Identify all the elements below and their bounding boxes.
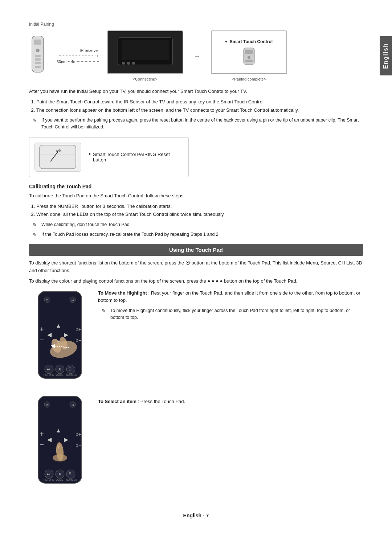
diagram-area: IR receiver ✦ 30cm ~ 4m [29,30,363,81]
svg-rect-6 [35,66,41,68]
svg-text:⟳: ⟳ [46,403,49,407]
svg-text:⇥: ⇥ [71,298,74,302]
colour-text: To display the colour and playing contro… [29,278,363,285]
svg-rect-3 [35,55,41,57]
svg-text:−: − [40,336,44,344]
svg-rect-4 [35,58,41,61]
svg-point-14 [248,56,250,59]
calibrating-steps: Press the NUMBER button for 3 seconds. T… [29,203,363,219]
select-item-section: ⟳ ⇥ + − ▲ ▼ ◀ ▶ p+ p− ↩ 🎙 ⠿ [29,394,363,493]
calib-note-1: ✎ While calibrating, don't touch the Tou… [29,221,363,229]
remote-with-hand-2: ⟳ ⇥ + − ▲ ▼ ◀ ▶ p+ p− ↩ 🎙 ⠿ [29,394,91,493]
remote-svg-1: ⟳ ⇥ + − ▲ ▼ ◀ ▶ p+ p− ↩ 🎙 ⠿ [29,290,91,387]
svg-point-9 [122,62,125,65]
page-footer: English - 7 [29,508,363,518]
svg-text:VOICE: VOICE [56,374,64,376]
svg-text:NUMBER: NUMBER [66,374,77,376]
calib-step-1: Press the NUMBER button for 3 seconds. T… [36,203,363,210]
svg-rect-15 [245,60,253,62]
move-highlight-text: To Move the Highlight : Rest your finger… [98,290,363,389]
svg-text:↩: ↩ [47,367,50,372]
calib-step-2: When done, all the LEDs on the top of th… [36,211,363,218]
svg-point-70 [53,454,67,461]
svg-text:▶: ▶ [64,332,69,338]
tv-connecting-diagram: <Connecting> [107,30,183,81]
calibrating-section: Calibrating the Touch Pad To calibrate t… [29,184,363,239]
svg-rect-13 [245,50,253,54]
svg-rect-1 [34,40,41,45]
svg-text:🎙: 🎙 [58,367,62,371]
svg-text:RETURN: RETURN [44,374,54,376]
select-item-text: To Select an item : Press the Touch Pad. [98,394,363,493]
move-note: ✎ To move the Highlight continuously, fl… [98,307,363,321]
calibrating-intro: To calibrate the Touch Pad on the Smart … [29,192,363,200]
intro-steps: Point the Smart Touch Control toward the… [29,98,363,114]
reset-button-area: • Smart Touch Control PAIRING Reset butt… [29,137,189,177]
svg-text:⇥: ⇥ [71,403,74,407]
intro-step-1: Point the Smart Touch Control toward the… [36,98,363,106]
calib-note-2-text: If the Touch Pad looses accuracy, re-cal… [41,231,220,238]
select-bold: To Select an item [98,399,136,404]
shortcut-text: To display the shortcut functions list o… [29,259,363,275]
svg-point-10 [127,62,130,65]
svg-text:▶: ▶ [64,436,69,443]
calibrating-title: Calibrating the Touch Pad [29,184,363,189]
svg-text:⟳: ⟳ [46,298,49,302]
move-highlight-bold: To Move the Highlight [98,290,147,296]
distance-label: 30cm ~ 4m [57,59,77,64]
svg-point-2 [36,49,40,52]
calib-note-2: ✎ If the Touch Pad looses accuracy, re-c… [29,231,363,239]
svg-text:◀: ◀ [47,332,52,338]
note-icon-1: ✎ [33,221,39,229]
svg-text:▲: ▲ [56,427,61,434]
remote-diagram-icon [29,36,46,76]
tv-pairing-diagram: • Smart Touch Control <Pairing complete> [211,30,287,81]
svg-text:▲: ▲ [56,323,61,329]
ir-label: IR receiver [80,48,99,53]
initial-pairing-title: Initial Pairing [29,22,363,27]
svg-text:RETURN: RETURN [44,479,54,481]
svg-rect-16 [40,145,76,169]
pairing-complete-label: <Pairing complete> [232,77,266,81]
svg-rect-8 [122,40,169,60]
smart-touch-label: Smart Touch Control [230,39,273,44]
note-icon: ✎ [33,117,39,124]
remote-with-hand-1: ⟳ ⇥ + − ▲ ▼ ◀ ▶ p+ p− ↩ 🎙 ⠿ [29,290,91,389]
select-text: : Press the Touch Pad. [138,399,185,404]
move-note-text: To move the Highlight continuously, flic… [110,307,363,321]
svg-text:VOICE: VOICE [56,479,64,481]
svg-text:⠿: ⠿ [69,367,72,371]
reset-image [34,143,81,172]
svg-text:NUMBER: NUMBER [66,479,77,481]
note-icon-2: ✎ [33,231,39,239]
svg-point-18 [58,149,61,152]
intro-note-text: If you want to perform the pairing proce… [41,117,363,131]
svg-text:🎙: 🎙 [58,472,62,476]
svg-text:⠿: ⠿ [69,472,72,476]
side-english-label: English [380,36,392,75]
intro-text: After you have run the Initial Setup on … [29,88,363,95]
using-touchpad-header: Using the Touch Pad [29,244,363,256]
reset-button-label: Smart Touch Control PAIRING Reset button [93,152,183,163]
svg-text:p−: p− [75,337,81,343]
calib-note-1-text: While calibrating, don't touch the Touch… [41,221,131,228]
svg-text:◀: ◀ [47,436,52,443]
svg-text:p−: p− [75,442,81,448]
svg-point-11 [132,62,135,65]
svg-text:p+: p+ [75,327,81,332]
svg-text:p+: p+ [75,431,81,437]
svg-text:−: − [40,441,44,448]
note-icon-3: ✎ [102,307,108,315]
svg-rect-5 [35,62,41,64]
remote-svg-2: ⟳ ⇥ + − ▲ ▼ ◀ ▶ p+ p− ↩ 🎙 ⠿ [29,394,91,492]
intro-note: ✎ If you want to perform the pairing pro… [29,117,363,131]
svg-text:+: + [40,430,44,438]
svg-text:+: + [40,325,44,333]
connecting-label: <Connecting> [132,77,158,81]
page: English Initial Pairing IR receiver ✦ [0,0,392,542]
intro-step-2: The connection icons appear on the botto… [36,107,363,114]
svg-text:↩: ↩ [47,472,50,477]
move-highlight-section: ⟳ ⇥ + − ▲ ▼ ◀ ▶ p+ p− ↩ 🎙 ⠿ [29,290,363,389]
